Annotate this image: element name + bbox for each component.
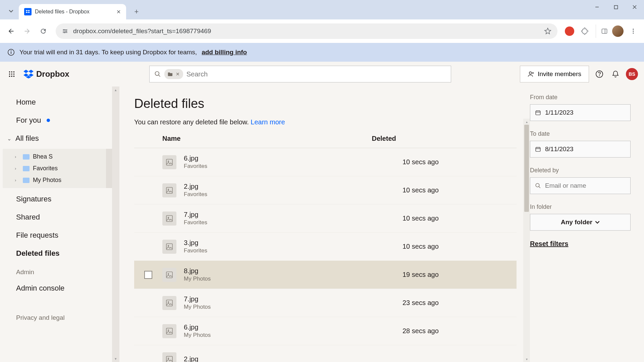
folder-select[interactable]: Any folder <box>530 214 631 231</box>
sidebar-item-deleted-files[interactable]: Deleted files <box>0 244 119 262</box>
table-header: Name Deleted <box>134 135 517 148</box>
from-date-input[interactable]: 1/11/2023 <box>530 104 631 121</box>
new-dot-icon <box>47 119 50 122</box>
side-panel-icon[interactable] <box>596 24 609 38</box>
folder-icon <box>23 166 30 171</box>
main-scrollbar[interactable]: ▴ ▾ <box>523 119 530 362</box>
address-bar[interactable]: dropbox.com/deleted_files?start_ts=16987… <box>56 23 557 39</box>
sidebar-item-signatures[interactable]: Signatures <box>0 190 119 208</box>
deleted-by-field[interactable] <box>545 182 626 189</box>
tree-item[interactable]: ›My Photos <box>3 174 112 186</box>
back-button[interactable] <box>4 24 18 38</box>
search-box[interactable]: ✕ <box>149 66 451 82</box>
sidebar-item-all-files[interactable]: ⌄All files <box>0 129 119 147</box>
svg-rect-35 <box>166 244 172 250</box>
bookmark-icon[interactable] <box>544 27 551 35</box>
table-row[interactable]: 7.jpgMy Photos23 secs ago <box>134 289 517 317</box>
minimize-button[interactable] <box>588 0 606 14</box>
dropbox-logo[interactable]: Dropbox <box>23 69 69 79</box>
svg-line-23 <box>158 75 160 77</box>
svg-rect-33 <box>166 216 172 222</box>
column-name[interactable]: Name <box>162 135 180 142</box>
svg-rect-49 <box>536 147 540 152</box>
image-file-icon <box>162 352 176 362</box>
tree-scrollbar[interactable] <box>106 149 112 188</box>
file-location: Favorites <box>184 163 207 170</box>
image-file-icon <box>162 296 176 310</box>
svg-rect-29 <box>166 159 172 165</box>
chevron-right-icon: › <box>15 166 19 171</box>
calendar-icon <box>535 146 541 152</box>
tree-label: My Photos <box>33 177 61 184</box>
chevron-right-icon: › <box>15 154 19 159</box>
filters-panel: From date 1/11/2023 To date 8/11/2023 De… <box>530 86 644 362</box>
close-window-button[interactable] <box>625 0 644 14</box>
sidebar-item-home[interactable]: Home <box>0 93 119 111</box>
tree-label: Favorites <box>33 165 58 172</box>
sidebar-item-admin-console[interactable]: Admin console <box>0 279 119 297</box>
table-row[interactable]: 7.jpgFavorites10 secs ago <box>134 204 517 233</box>
table-row[interactable]: 6.jpgFavorites10 secs ago <box>134 148 517 176</box>
sidebar: Home For you ⌄All files ›Bhea S ›Favorit… <box>0 86 119 362</box>
site-settings-icon[interactable] <box>62 28 68 35</box>
new-tab-button[interactable]: + <box>131 6 142 17</box>
svg-rect-39 <box>166 300 172 306</box>
sidebar-scrollbar[interactable]: ▴ ▾ <box>112 86 119 362</box>
table-row[interactable]: 2.jpg <box>134 345 517 362</box>
svg-point-12 <box>11 50 11 51</box>
file-location: My Photos <box>184 304 211 310</box>
search-input[interactable] <box>186 70 446 78</box>
svg-point-28 <box>599 75 600 76</box>
maximize-button[interactable] <box>606 0 625 14</box>
tab-close-button[interactable]: ✕ <box>115 9 121 15</box>
add-billing-link[interactable]: add billing info <box>202 49 247 56</box>
app-grid-icon[interactable] <box>6 68 17 80</box>
reset-filters-link[interactable]: Reset filters <box>530 240 635 248</box>
reload-button[interactable] <box>36 24 50 38</box>
learn-more-link[interactable]: Learn more <box>251 118 285 126</box>
table-row[interactable]: 8.jpgMy Photos19 secs ago <box>134 261 517 289</box>
profile-avatar[interactable] <box>611 24 625 38</box>
svg-rect-45 <box>536 111 540 115</box>
search-scope-chip[interactable]: ✕ <box>164 69 183 79</box>
app-header: Dropbox ✕ Invite members BS <box>0 62 644 86</box>
sidebar-item-shared[interactable]: Shared <box>0 208 119 226</box>
invite-icon <box>528 71 534 77</box>
invite-members-button[interactable]: Invite members <box>520 66 589 82</box>
user-avatar[interactable]: BS <box>626 68 638 80</box>
search-icon <box>535 183 541 189</box>
browser-tab[interactable]: Deleted files - Dropbox ✕ <box>19 4 126 19</box>
sidebar-item-file-requests[interactable]: File requests <box>0 226 119 244</box>
chip-close-icon[interactable]: ✕ <box>176 71 180 77</box>
browser-menu-icon[interactable] <box>627 24 640 38</box>
file-name: 8.jpg <box>184 267 211 275</box>
privacy-legal-link[interactable]: Privacy and legal <box>0 311 119 325</box>
file-location: Favorites <box>184 247 207 254</box>
help-icon[interactable] <box>594 68 605 80</box>
to-date-input[interactable]: 8/11/2023 <box>530 141 631 158</box>
tree-item[interactable]: ›Favorites <box>3 163 112 174</box>
svg-point-7 <box>633 29 634 30</box>
deleted-by-input[interactable] <box>530 177 631 194</box>
tab-search-dropdown[interactable] <box>5 5 17 17</box>
sidebar-item-for-you[interactable]: For you <box>0 111 119 129</box>
scroll-thumb[interactable] <box>524 125 529 212</box>
deleted-files-table: Name Deleted 6.jpgFavorites10 secs ago2.… <box>134 135 517 362</box>
tree-item[interactable]: ›Bhea S <box>3 151 112 163</box>
svg-point-36 <box>168 245 169 246</box>
svg-point-42 <box>168 329 169 331</box>
extension-lastpass-icon[interactable] <box>563 24 576 38</box>
column-deleted[interactable]: Deleted <box>372 135 396 142</box>
extensions-icon[interactable] <box>578 24 592 38</box>
table-row[interactable]: 2.jpgFavorites10 secs ago <box>134 176 517 204</box>
file-name: 2.jpg <box>184 355 198 362</box>
table-row[interactable]: 6.jpgMy Photos28 secs ago <box>134 317 517 345</box>
svg-point-19 <box>9 76 10 77</box>
tab-title: Deleted files - Dropbox <box>35 9 112 15</box>
deleted-time: 28 secs ago <box>402 327 517 335</box>
tab-strip: Deleted files - Dropbox ✕ + <box>0 0 644 19</box>
notifications-icon[interactable] <box>610 68 621 80</box>
row-checkbox[interactable] <box>144 271 152 279</box>
table-row[interactable]: 3.jpgFavorites10 secs ago <box>134 233 517 261</box>
file-location: Favorites <box>184 219 207 226</box>
